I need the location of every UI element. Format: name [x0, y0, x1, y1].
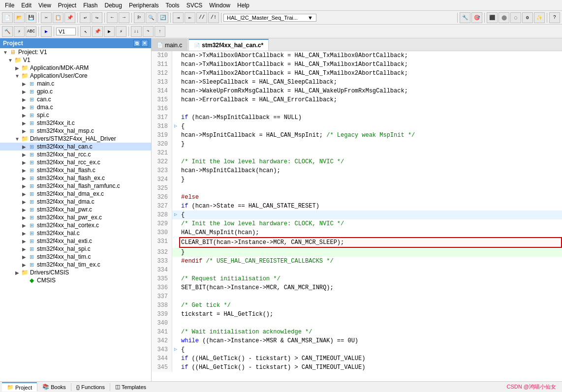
- expand-icon[interactable]: ▶: [14, 270, 21, 275]
- copy-btn[interactable]: 📋: [53, 12, 63, 23]
- tree-item-project-v1[interactable]: ▼ 🖥 Project: V1: [0, 48, 151, 56]
- replace-btn[interactable]: 🔄: [157, 12, 168, 23]
- expand-icon[interactable]: ▶: [21, 81, 28, 87]
- tree-item-hal-tim-ex[interactable]: ▶ ⊞ stm32f4xx_hal_tim_ex.c: [0, 261, 151, 269]
- uncomment-btn[interactable]: /!: [208, 12, 219, 23]
- step-out-btn[interactable]: ↑: [155, 26, 165, 37]
- tree-item-hal-flash[interactable]: ▶ ⊞ stm32f4xx_hal_flash.c: [0, 166, 151, 174]
- project-panel-undock-btn[interactable]: ⧉: [133, 40, 140, 47]
- save-btn[interactable]: 💾: [26, 12, 36, 23]
- menu-project[interactable]: Project: [55, 1, 79, 10]
- run2-btn[interactable]: ◯: [510, 12, 521, 23]
- tree-item-it-c[interactable]: ▶ ⊞ stm32f4xx_it.c: [0, 119, 151, 127]
- tree-item-app-mdk[interactable]: ▶ 📁 Application/MDK-ARM: [0, 64, 151, 72]
- pin-btn[interactable]: 📌: [92, 26, 103, 37]
- status-tab-templates[interactable]: ◫ Templates: [110, 383, 151, 391]
- expand-icon[interactable]: ▶: [21, 246, 28, 252]
- expand-icon[interactable]: ▶: [21, 207, 28, 212]
- expand-icon[interactable]: ▶: [21, 191, 28, 197]
- build3-btn[interactable]: ABC: [26, 26, 36, 37]
- tree-item-hal-spi[interactable]: ▶ ⊞ stm32f4xx_hal_spi.c: [0, 245, 151, 253]
- tree-item-hal-can[interactable]: ▶ ⊞ stm32f4xx_hal_can.c: [0, 143, 151, 151]
- tree-item-cmsis[interactable]: ◆ CMSIS: [0, 276, 151, 284]
- tree-item-hal-flash-ramfunc[interactable]: ▶ ⊞ stm32f4xx_hal_flash_ramfunc.c: [0, 182, 151, 190]
- nav-back-btn[interactable]: ←: [107, 12, 118, 23]
- tree-item-app-user[interactable]: ▼ 📁 Application/User/Core: [0, 72, 151, 80]
- tree-item-hal-flash-ex[interactable]: ▶ ⊞ stm32f4xx_hal_flash_ex.c: [0, 174, 151, 182]
- menu-peripherals[interactable]: Peripherals: [126, 1, 162, 10]
- step-over-btn[interactable]: ↷: [143, 26, 154, 37]
- expand-icon[interactable]: ▶: [21, 176, 28, 181]
- cut-btn[interactable]: ✂: [41, 12, 52, 23]
- build-btn[interactable]: 🔨: [2, 26, 13, 37]
- target-select[interactable]: V1: [56, 28, 76, 35]
- expand-icon[interactable]: ▶: [21, 89, 28, 94]
- tree-item-hal-rcc[interactable]: ▶ ⊞ stm32f4xx_hal_rcc.c: [0, 151, 151, 158]
- run-btn[interactable]: ⬤: [499, 12, 509, 23]
- tab-main-c[interactable]: 📄 main.c: [152, 39, 187, 51]
- menu-file[interactable]: File: [2, 1, 17, 10]
- expand-icon[interactable]: ▶: [14, 65, 21, 71]
- expand-icon[interactable]: ▶: [21, 160, 28, 165]
- run3-btn[interactable]: ▶: [104, 26, 115, 37]
- bookmark-btn[interactable]: 🏳: [134, 12, 145, 23]
- run4-btn[interactable]: ⚡: [116, 26, 126, 37]
- tree-item-hal-pwr-ex[interactable]: ▶ ⊞ stm32f4xx_hal_pwr_ex.c: [0, 213, 151, 221]
- magic-btn[interactable]: ✨: [534, 12, 545, 23]
- tree-item-hal-rcc-ex[interactable]: ▶ ⊞ stm32f4xx_hal_rcc_ex.c: [0, 158, 151, 166]
- expand-icon[interactable]: ▶: [21, 262, 28, 268]
- expand-icon[interactable]: ▼: [2, 50, 9, 55]
- indent-btn[interactable]: ⇥: [173, 12, 184, 23]
- menu-flash[interactable]: Flash: [80, 1, 100, 10]
- tree-item-drivers-cmsis[interactable]: ▶ 📁 Drivers/CMSIS: [0, 269, 151, 276]
- paste-btn[interactable]: 📌: [64, 12, 75, 23]
- nav-fwd-btn[interactable]: →: [119, 12, 129, 23]
- tree-item-main-c[interactable]: ▶ ⊞ main.c: [0, 80, 151, 88]
- menu-svcs[interactable]: SVCS: [184, 1, 206, 10]
- expand-icon[interactable]: ▶: [21, 231, 28, 236]
- tree-item-hal-pwr[interactable]: ▶ ⊞ stm32f4xx_hal_pwr.c: [0, 206, 151, 213]
- tree-item-v1[interactable]: ▼ 📁 V1: [0, 56, 151, 64]
- comment-btn[interactable]: //: [196, 12, 207, 23]
- tree-item-hal[interactable]: ▶ ⊞ stm32f4xx_hal.c: [0, 229, 151, 237]
- expand-icon[interactable]: ▶: [21, 223, 28, 228]
- tree-item-hal-dma-ex[interactable]: ▶ ⊞ stm32f4xx_hal_dma_ex.c: [0, 190, 151, 198]
- expand-icon[interactable]: ▶: [21, 144, 28, 150]
- expand-icon[interactable]: ▶: [21, 239, 28, 244]
- debug-tools-btn[interactable]: 🔧: [460, 12, 470, 23]
- expand-icon[interactable]: ▶: [21, 199, 28, 205]
- open-btn[interactable]: 📂: [14, 12, 25, 23]
- expand-icon[interactable]: ▼: [14, 73, 21, 79]
- expand-icon[interactable]: ▶: [21, 97, 28, 102]
- expand-icon[interactable]: ▶: [21, 128, 28, 134]
- redo-btn[interactable]: ↪: [92, 12, 102, 23]
- expand-icon[interactable]: ▶: [21, 121, 28, 126]
- expand-icon[interactable]: ▶: [21, 168, 28, 173]
- tree-item-hal-dma[interactable]: ▶ ⊞ stm32f4xx_hal_dma.c: [0, 198, 151, 206]
- run-stop-btn[interactable]: ⬛: [487, 12, 498, 23]
- step-in-btn[interactable]: ↓↓: [131, 26, 142, 37]
- pointer-btn[interactable]: ↖: [80, 26, 91, 37]
- debug-start-btn[interactable]: ▶: [41, 26, 52, 37]
- expand-icon[interactable]: ▶: [21, 113, 28, 118]
- status-tab-books[interactable]: 📚 Books: [37, 383, 71, 391]
- tree-item-dma-c[interactable]: ▶ ⊞ dma.c: [0, 103, 151, 111]
- expand-icon[interactable]: ▼: [14, 136, 21, 142]
- tree-item-can-c[interactable]: ▶ ⊞ can.c: [0, 95, 151, 103]
- build2-btn[interactable]: ⚡: [14, 26, 25, 37]
- code-scroll[interactable]: 310 hcan->TxMailbox0AbortCallback = HAL_…: [152, 51, 562, 381]
- target-btn[interactable]: 🎯: [471, 12, 482, 23]
- menu-window[interactable]: Window: [206, 1, 233, 10]
- expand-icon[interactable]: ▶: [21, 215, 28, 220]
- options-btn[interactable]: ⚙: [522, 12, 533, 23]
- status-tab-project[interactable]: 📁 Project: [2, 382, 37, 392]
- help-btn[interactable]: ?: [549, 12, 560, 23]
- status-tab-functions[interactable]: {} Functions: [71, 383, 110, 391]
- new-btn[interactable]: 📄: [2, 12, 13, 23]
- tree-item-spi-c[interactable]: ▶ ⊞ spi.c: [0, 111, 151, 119]
- tree-item-gpio-c[interactable]: ▶ ⊞ gpio.c: [0, 88, 151, 95]
- tree-item-hal-tim[interactable]: ▶ ⊞ stm32f4xx_hal_tim.c: [0, 253, 151, 261]
- tree-item-msp-c[interactable]: ▶ ⊞ stm32f4xx_hal_msp.c: [0, 127, 151, 135]
- menu-help[interactable]: Help: [234, 1, 252, 10]
- undo-btn[interactable]: ↩: [80, 12, 91, 23]
